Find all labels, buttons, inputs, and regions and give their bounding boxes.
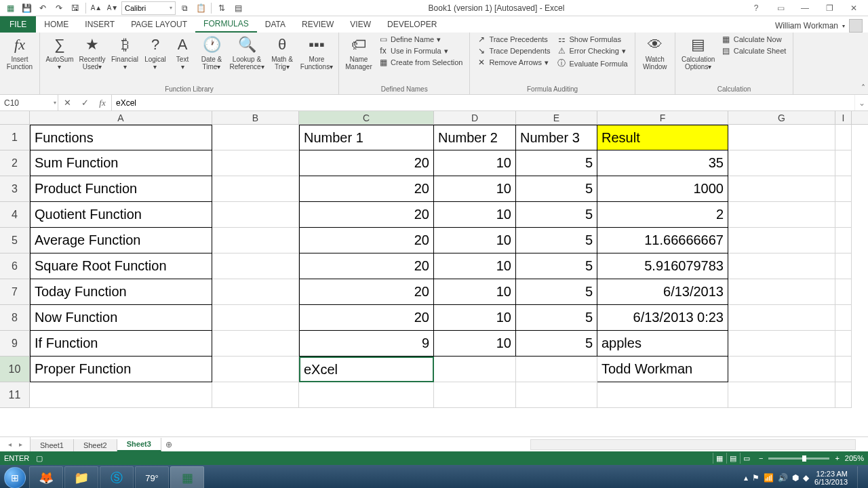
- tab-formulas[interactable]: FORMULAS: [195, 16, 257, 33]
- date-time-button[interactable]: 🕐Date & Time▾: [196, 34, 227, 72]
- cell-G10[interactable]: [728, 357, 835, 382]
- row-header-11[interactable]: 11: [0, 382, 30, 408]
- sheet-nav-next-icon[interactable]: ▸: [15, 441, 26, 448]
- taskbar-excel[interactable]: ▦: [170, 466, 204, 488]
- column-header-A[interactable]: A: [30, 111, 212, 124]
- cell-G2[interactable]: [728, 150, 835, 176]
- cell-C1[interactable]: Number 1: [299, 125, 434, 150]
- cancel-edit-icon[interactable]: ✕: [58, 98, 76, 108]
- help-icon[interactable]: ?: [747, 1, 765, 15]
- name-box[interactable]: C10▾: [0, 95, 58, 110]
- cell-I2[interactable]: [835, 150, 852, 176]
- sheet-tab-sheet3[interactable]: Sheet3: [117, 438, 161, 451]
- cell-B11[interactable]: [212, 382, 299, 408]
- tray-up-icon[interactable]: ▴: [744, 473, 748, 483]
- cell-E8[interactable]: 5: [516, 305, 597, 331]
- cell-E4[interactable]: 5: [516, 202, 597, 228]
- cell-D1[interactable]: Number 2: [434, 125, 516, 150]
- cell-F3[interactable]: 1000: [597, 176, 728, 202]
- cell-B6[interactable]: [212, 253, 299, 279]
- cell-A6[interactable]: Square Root Function: [30, 253, 212, 279]
- macro-record-icon[interactable]: ▢: [36, 454, 43, 463]
- cell-B4[interactable]: [212, 202, 299, 228]
- restore-icon[interactable]: ❐: [821, 1, 838, 15]
- column-header-D[interactable]: D: [434, 111, 516, 124]
- text-button[interactable]: AText▾: [170, 34, 195, 72]
- cell-E5[interactable]: 5: [516, 228, 597, 253]
- calculate-sheet-button[interactable]: ▤Calculate Sheet: [719, 45, 789, 56]
- taskbar-clock[interactable]: 12:23 AM 6/13/2013: [814, 470, 848, 486]
- cell-D5[interactable]: 10: [434, 228, 516, 253]
- row-header-4[interactable]: 4: [0, 202, 30, 228]
- row-header-1[interactable]: 1: [0, 125, 30, 150]
- zoom-out-icon[interactable]: −: [759, 454, 763, 462]
- row-header-2[interactable]: 2: [0, 150, 30, 176]
- paste-icon[interactable]: 📋: [193, 1, 208, 15]
- page-break-view-icon[interactable]: ▭: [740, 453, 753, 464]
- cell-A11[interactable]: [30, 382, 212, 408]
- user-account[interactable]: William Workman▾: [775, 19, 868, 33]
- cell-C11[interactable]: [299, 382, 434, 408]
- cell-D9[interactable]: 10: [434, 331, 516, 357]
- add-sheet-icon[interactable]: ⊕: [161, 440, 176, 449]
- close-icon[interactable]: ✕: [845, 1, 863, 15]
- cell-A4[interactable]: Quotient Function: [30, 202, 212, 228]
- tab-review[interactable]: REVIEW: [294, 16, 342, 33]
- expand-formula-bar-icon[interactable]: ⌄: [854, 95, 868, 110]
- sort-icon[interactable]: ⇅: [214, 1, 229, 15]
- zoom-level[interactable]: 205%: [845, 454, 864, 462]
- show-desktop-button[interactable]: [857, 466, 864, 488]
- tab-insert[interactable]: INSERT: [77, 16, 123, 33]
- watch-window-button[interactable]: 👁Watch Window: [639, 34, 671, 72]
- name-manager-button[interactable]: 🏷Name Manager: [343, 34, 374, 72]
- cell-I7[interactable]: [835, 279, 852, 305]
- cell-C9[interactable]: 9: [299, 331, 434, 357]
- horizontal-scrollbar[interactable]: [530, 439, 856, 450]
- copy-icon[interactable]: ⧉: [177, 1, 192, 15]
- redo-icon[interactable]: ↷: [52, 1, 66, 15]
- error-checking-button[interactable]: ⚠Error Checking ▾: [554, 45, 630, 56]
- cell-C10[interactable]: eXcel: [299, 357, 434, 382]
- remove-arrows-button[interactable]: ✕Remove Arrows ▾: [474, 57, 553, 68]
- minimize-icon[interactable]: —: [796, 1, 814, 15]
- cell-B1[interactable]: [212, 125, 299, 150]
- insert-function-button[interactable]: fxInsert Function: [4, 34, 35, 72]
- cell-A7[interactable]: Today Function: [30, 279, 212, 305]
- enter-edit-icon[interactable]: ✓: [76, 98, 94, 108]
- cell-B7[interactable]: [212, 279, 299, 305]
- fx-icon[interactable]: fx: [94, 98, 111, 108]
- undo-icon[interactable]: ↶: [35, 1, 50, 15]
- cell-A8[interactable]: Now Function: [30, 305, 212, 331]
- cell-E11[interactable]: [516, 382, 597, 408]
- cell-G5[interactable]: [728, 228, 835, 253]
- financial-button[interactable]: ₿Financial▾: [109, 34, 140, 72]
- column-header-F[interactable]: F: [597, 111, 728, 124]
- sheet-tab-sheet2[interactable]: Sheet2: [74, 439, 117, 451]
- tab-view[interactable]: VIEW: [342, 16, 379, 33]
- taskbar-firefox[interactable]: 🦊: [29, 466, 63, 488]
- cell-E1[interactable]: Number 3: [516, 125, 597, 150]
- cell-B5[interactable]: [212, 228, 299, 253]
- cell-D4[interactable]: 10: [434, 202, 516, 228]
- sheet-nav-prev-icon[interactable]: ◂: [4, 441, 15, 448]
- cell-D2[interactable]: 10: [434, 150, 516, 176]
- tab-home[interactable]: HOME: [36, 16, 77, 33]
- cell-G9[interactable]: [728, 331, 835, 357]
- save-icon[interactable]: 💾: [19, 1, 34, 15]
- cell-E2[interactable]: 5: [516, 150, 597, 176]
- cell-D6[interactable]: 10: [434, 253, 516, 279]
- row-header-6[interactable]: 6: [0, 253, 30, 279]
- cell-E6[interactable]: 5: [516, 253, 597, 279]
- cell-C8[interactable]: 20: [299, 305, 434, 331]
- column-header-I[interactable]: I: [835, 111, 852, 124]
- taskbar-weather[interactable]: 79°: [135, 466, 169, 488]
- create-from-selection-button[interactable]: ▦Create from Selection: [376, 57, 465, 68]
- tray-icon[interactable]: ◆: [803, 473, 809, 483]
- cell-C2[interactable]: 20: [299, 150, 434, 176]
- math-trig-button[interactable]: θMath & Trig▾: [267, 34, 298, 72]
- tray-flag-icon[interactable]: ⚑: [752, 473, 760, 483]
- increase-font-icon[interactable]: A▲: [89, 1, 104, 15]
- cell-D7[interactable]: 10: [434, 279, 516, 305]
- cell-G4[interactable]: [728, 202, 835, 228]
- column-header-B[interactable]: B: [212, 111, 299, 124]
